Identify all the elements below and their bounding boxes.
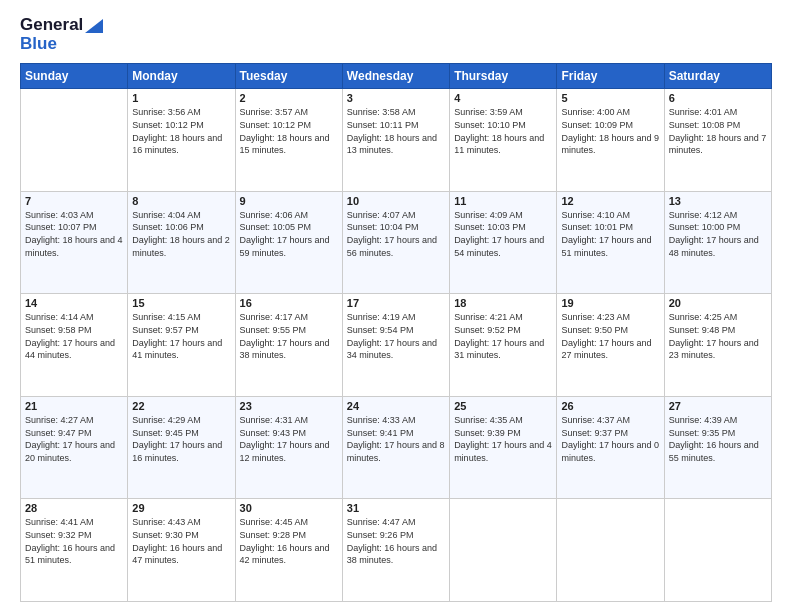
calendar-cell: 10Sunrise: 4:07 AMSunset: 10:04 PMDaylig… <box>342 191 449 294</box>
day-header-saturday: Saturday <box>664 64 771 89</box>
calendar-cell: 5Sunrise: 4:00 AMSunset: 10:09 PMDayligh… <box>557 89 664 192</box>
calendar-cell: 13Sunrise: 4:12 AMSunset: 10:00 PMDaylig… <box>664 191 771 294</box>
calendar-cell: 7Sunrise: 4:03 AMSunset: 10:07 PMDayligh… <box>21 191 128 294</box>
cell-sun-info: Sunrise: 4:33 AMSunset: 9:41 PMDaylight:… <box>347 414 445 464</box>
calendar-table: SundayMondayTuesdayWednesdayThursdayFrid… <box>20 63 772 602</box>
calendar-cell: 19Sunrise: 4:23 AMSunset: 9:50 PMDayligh… <box>557 294 664 397</box>
cell-sun-info: Sunrise: 4:45 AMSunset: 9:28 PMDaylight:… <box>240 516 338 566</box>
svg-marker-0 <box>85 19 103 33</box>
cell-sun-info: Sunrise: 4:06 AMSunset: 10:05 PMDaylight… <box>240 209 338 259</box>
calendar-week-1: 1Sunrise: 3:56 AMSunset: 10:12 PMDayligh… <box>21 89 772 192</box>
cell-day-number: 8 <box>132 195 230 207</box>
calendar-cell <box>21 89 128 192</box>
logo-general: General <box>20 16 103 35</box>
calendar-cell: 20Sunrise: 4:25 AMSunset: 9:48 PMDayligh… <box>664 294 771 397</box>
calendar-cell: 25Sunrise: 4:35 AMSunset: 9:39 PMDayligh… <box>450 396 557 499</box>
cell-day-number: 5 <box>561 92 659 104</box>
cell-day-number: 30 <box>240 502 338 514</box>
calendar-week-3: 14Sunrise: 4:14 AMSunset: 9:58 PMDayligh… <box>21 294 772 397</box>
cell-sun-info: Sunrise: 4:21 AMSunset: 9:52 PMDaylight:… <box>454 311 552 361</box>
calendar-cell: 9Sunrise: 4:06 AMSunset: 10:05 PMDayligh… <box>235 191 342 294</box>
cell-sun-info: Sunrise: 3:58 AMSunset: 10:11 PMDaylight… <box>347 106 445 156</box>
cell-sun-info: Sunrise: 4:03 AMSunset: 10:07 PMDaylight… <box>25 209 123 259</box>
cell-day-number: 13 <box>669 195 767 207</box>
calendar-cell: 1Sunrise: 3:56 AMSunset: 10:12 PMDayligh… <box>128 89 235 192</box>
cell-day-number: 6 <box>669 92 767 104</box>
calendar-cell: 30Sunrise: 4:45 AMSunset: 9:28 PMDayligh… <box>235 499 342 602</box>
calendar-week-2: 7Sunrise: 4:03 AMSunset: 10:07 PMDayligh… <box>21 191 772 294</box>
day-header-tuesday: Tuesday <box>235 64 342 89</box>
cell-sun-info: Sunrise: 4:27 AMSunset: 9:47 PMDaylight:… <box>25 414 123 464</box>
calendar-week-4: 21Sunrise: 4:27 AMSunset: 9:47 PMDayligh… <box>21 396 772 499</box>
cell-day-number: 24 <box>347 400 445 412</box>
cell-sun-info: Sunrise: 4:29 AMSunset: 9:45 PMDaylight:… <box>132 414 230 464</box>
day-header-wednesday: Wednesday <box>342 64 449 89</box>
page: General Blue SundayMondayTuesdayWednesda… <box>0 0 792 612</box>
cell-sun-info: Sunrise: 4:10 AMSunset: 10:01 PMDaylight… <box>561 209 659 259</box>
cell-sun-info: Sunrise: 4:19 AMSunset: 9:54 PMDaylight:… <box>347 311 445 361</box>
calendar-cell: 8Sunrise: 4:04 AMSunset: 10:06 PMDayligh… <box>128 191 235 294</box>
calendar-cell: 3Sunrise: 3:58 AMSunset: 10:11 PMDayligh… <box>342 89 449 192</box>
cell-sun-info: Sunrise: 3:56 AMSunset: 10:12 PMDaylight… <box>132 106 230 156</box>
cell-day-number: 1 <box>132 92 230 104</box>
cell-day-number: 31 <box>347 502 445 514</box>
cell-day-number: 19 <box>561 297 659 309</box>
cell-sun-info: Sunrise: 4:43 AMSunset: 9:30 PMDaylight:… <box>132 516 230 566</box>
header: General Blue <box>20 16 772 53</box>
cell-sun-info: Sunrise: 4:01 AMSunset: 10:08 PMDaylight… <box>669 106 767 156</box>
cell-day-number: 26 <box>561 400 659 412</box>
calendar-header-row: SundayMondayTuesdayWednesdayThursdayFrid… <box>21 64 772 89</box>
cell-sun-info: Sunrise: 3:59 AMSunset: 10:10 PMDaylight… <box>454 106 552 156</box>
cell-day-number: 23 <box>240 400 338 412</box>
cell-sun-info: Sunrise: 4:39 AMSunset: 9:35 PMDaylight:… <box>669 414 767 464</box>
cell-day-number: 21 <box>25 400 123 412</box>
calendar-cell: 17Sunrise: 4:19 AMSunset: 9:54 PMDayligh… <box>342 294 449 397</box>
cell-day-number: 28 <box>25 502 123 514</box>
cell-day-number: 27 <box>669 400 767 412</box>
cell-day-number: 4 <box>454 92 552 104</box>
calendar-cell: 2Sunrise: 3:57 AMSunset: 10:12 PMDayligh… <box>235 89 342 192</box>
calendar-cell: 11Sunrise: 4:09 AMSunset: 10:03 PMDaylig… <box>450 191 557 294</box>
calendar-cell: 26Sunrise: 4:37 AMSunset: 9:37 PMDayligh… <box>557 396 664 499</box>
cell-day-number: 12 <box>561 195 659 207</box>
day-header-sunday: Sunday <box>21 64 128 89</box>
cell-sun-info: Sunrise: 4:25 AMSunset: 9:48 PMDaylight:… <box>669 311 767 361</box>
cell-day-number: 25 <box>454 400 552 412</box>
cell-sun-info: Sunrise: 4:04 AMSunset: 10:06 PMDaylight… <box>132 209 230 259</box>
day-header-monday: Monday <box>128 64 235 89</box>
cell-sun-info: Sunrise: 4:23 AMSunset: 9:50 PMDaylight:… <box>561 311 659 361</box>
cell-day-number: 10 <box>347 195 445 207</box>
calendar-cell <box>450 499 557 602</box>
cell-sun-info: Sunrise: 4:17 AMSunset: 9:55 PMDaylight:… <box>240 311 338 361</box>
cell-sun-info: Sunrise: 4:12 AMSunset: 10:00 PMDaylight… <box>669 209 767 259</box>
cell-sun-info: Sunrise: 4:47 AMSunset: 9:26 PMDaylight:… <box>347 516 445 566</box>
calendar-cell: 16Sunrise: 4:17 AMSunset: 9:55 PMDayligh… <box>235 294 342 397</box>
cell-day-number: 17 <box>347 297 445 309</box>
cell-day-number: 3 <box>347 92 445 104</box>
calendar-cell: 29Sunrise: 4:43 AMSunset: 9:30 PMDayligh… <box>128 499 235 602</box>
cell-day-number: 29 <box>132 502 230 514</box>
cell-sun-info: Sunrise: 4:41 AMSunset: 9:32 PMDaylight:… <box>25 516 123 566</box>
calendar-cell: 22Sunrise: 4:29 AMSunset: 9:45 PMDayligh… <box>128 396 235 499</box>
calendar-cell: 15Sunrise: 4:15 AMSunset: 9:57 PMDayligh… <box>128 294 235 397</box>
calendar-cell: 27Sunrise: 4:39 AMSunset: 9:35 PMDayligh… <box>664 396 771 499</box>
calendar-cell: 23Sunrise: 4:31 AMSunset: 9:43 PMDayligh… <box>235 396 342 499</box>
calendar-cell: 28Sunrise: 4:41 AMSunset: 9:32 PMDayligh… <box>21 499 128 602</box>
calendar-week-5: 28Sunrise: 4:41 AMSunset: 9:32 PMDayligh… <box>21 499 772 602</box>
cell-day-number: 2 <box>240 92 338 104</box>
calendar-cell: 31Sunrise: 4:47 AMSunset: 9:26 PMDayligh… <box>342 499 449 602</box>
calendar-cell: 21Sunrise: 4:27 AMSunset: 9:47 PMDayligh… <box>21 396 128 499</box>
calendar-cell: 18Sunrise: 4:21 AMSunset: 9:52 PMDayligh… <box>450 294 557 397</box>
cell-sun-info: Sunrise: 4:00 AMSunset: 10:09 PMDaylight… <box>561 106 659 156</box>
cell-sun-info: Sunrise: 4:35 AMSunset: 9:39 PMDaylight:… <box>454 414 552 464</box>
cell-sun-info: Sunrise: 4:37 AMSunset: 9:37 PMDaylight:… <box>561 414 659 464</box>
cell-sun-info: Sunrise: 4:09 AMSunset: 10:03 PMDaylight… <box>454 209 552 259</box>
calendar-cell: 6Sunrise: 4:01 AMSunset: 10:08 PMDayligh… <box>664 89 771 192</box>
cell-day-number: 15 <box>132 297 230 309</box>
cell-sun-info: Sunrise: 4:15 AMSunset: 9:57 PMDaylight:… <box>132 311 230 361</box>
cell-day-number: 11 <box>454 195 552 207</box>
cell-day-number: 7 <box>25 195 123 207</box>
cell-sun-info: Sunrise: 4:14 AMSunset: 9:58 PMDaylight:… <box>25 311 123 361</box>
calendar-cell: 12Sunrise: 4:10 AMSunset: 10:01 PMDaylig… <box>557 191 664 294</box>
calendar-cell: 24Sunrise: 4:33 AMSunset: 9:41 PMDayligh… <box>342 396 449 499</box>
